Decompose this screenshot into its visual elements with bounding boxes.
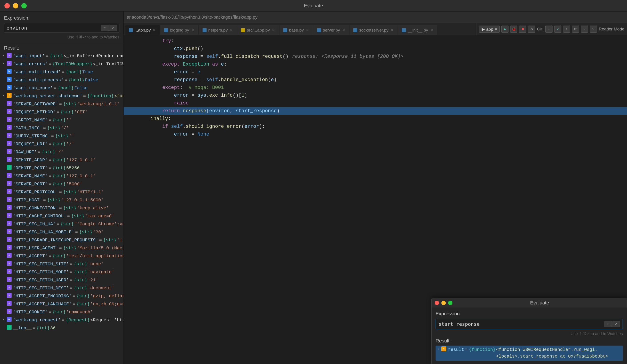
list-item[interactable]: i __len__ = {int} 36 <box>0 324 123 332</box>
float-minimize-button[interactable] <box>441 301 446 305</box>
tab-close-init-py[interactable]: ✕ <box>430 28 433 32</box>
list-item[interactable]: s 'HTTP_ACCEPT_LANGUAGE' = {str} 'en,zh-… <box>0 300 123 308</box>
list-item[interactable]: s 'HTTP_COOKIE' = {str} 'name=cqh' <box>0 308 123 316</box>
tab-close-logging-py[interactable]: ✕ <box>191 28 195 32</box>
tab-close-src-app-py[interactable]: ✕ <box>272 28 275 32</box>
tab-base-py[interactable]: base.py ✕ <box>279 25 313 35</box>
expand-icon[interactable]: ▾ <box>3 93 6 98</box>
list-item[interactable]: s 'REQUEST_METHOD' = {str} 'GET' <box>0 108 123 116</box>
floating-expression-expand-button[interactable]: ⤢ <box>612 321 620 327</box>
tab-logging-py[interactable]: logging.py ✕ <box>160 25 198 35</box>
close-button[interactable] <box>4 3 10 8</box>
git-check-button[interactable]: ✓ <box>554 26 561 33</box>
float-maximize-button[interactable] <box>448 301 453 305</box>
git-pull-button[interactable]: ↓ <box>545 26 553 33</box>
list-item[interactable]: ▾ f 'werkzeug.server.shutdown' = {functi… <box>0 92 123 100</box>
floating-window-title: Evaluate <box>456 300 624 306</box>
tab-src-app-py[interactable]: src/...app.py ✕ <box>237 25 279 35</box>
expand-icon <box>3 117 6 122</box>
floating-type-icon-func: f <box>441 346 446 351</box>
list-item[interactable]: b 'wsgi.run_once' = {bool} False <box>0 84 123 92</box>
list-item[interactable]: s 'SERVER_NAME' = {str} '127.0.0.1' <box>0 172 123 180</box>
tab-close-base-py[interactable]: ✕ <box>306 28 309 32</box>
list-item[interactable]: s 'HTTP_UPGRADE_INSECURE_REQUESTS' = {st… <box>0 236 123 244</box>
git-history-button[interactable]: ⟳ <box>572 26 579 33</box>
list-item[interactable]: s 'HTTP_ACCEPT' = {str} 'text/html,appli… <box>0 252 123 260</box>
tab-close-socketserver-py[interactable]: ✕ <box>390 28 394 32</box>
list-item[interactable]: s 'RAW_URI' = {str} '/' <box>0 148 123 156</box>
maximize-button[interactable] <box>21 3 27 8</box>
tab-app-py[interactable]: ...app.py ✕ <box>125 25 160 35</box>
build-button[interactable]: ⚙ <box>528 26 535 33</box>
tab-close-app-py[interactable]: ✕ <box>153 28 156 32</box>
floating-expand-icon[interactable]: ▾ <box>437 346 441 352</box>
list-item[interactable]: s 'SCRIPT_NAME' = {str} '' <box>0 116 123 124</box>
list-item[interactable]: b 'wsgi.multithread' = {bool} True <box>0 68 123 76</box>
redo-button[interactable]: ↪ <box>590 26 597 33</box>
list-item[interactable]: s 'QUERY_STRING' = {str} '' <box>0 132 123 140</box>
floating-result-item[interactable]: ▾ f result = {function} <function WSGIRe… <box>436 346 623 361</box>
floating-body: Expression: ▾ ⤢ Use ⇧⌘↵ to add to Watche… <box>432 308 627 364</box>
float-close-button[interactable] <box>435 301 439 305</box>
app-dropdown[interactable]: ▶ app ▾ <box>479 26 500 33</box>
type-icon-str: s <box>7 301 11 306</box>
list-item[interactable]: s 'HTTP_USER_AGENT' = {str} 'Mozilla/5.0… <box>0 244 123 252</box>
type-icon-str: s <box>7 141 11 146</box>
list-item[interactable]: s 'SERVER_PROTOCOL' = {str} 'HTTP/1.1' <box>0 188 123 196</box>
run-button[interactable]: ▶ <box>501 26 509 33</box>
list-item[interactable]: s 'HTTP_SEC_CH_UA' = {str} "'Google Chro… <box>0 220 123 228</box>
list-item[interactable]: s 'PATH_INFO' = {str} '/' <box>0 124 123 132</box>
list-item[interactable]: s 'HTTP_SEC_FETCH_DEST' = {str} 'documen… <box>0 284 123 292</box>
minimize-button[interactable] <box>13 3 18 8</box>
reader-mode-button[interactable]: Reader Mode <box>599 27 624 32</box>
list-item[interactable]: ▾ s 'wsgi.errors' = {TextIOWrapper} <_io… <box>0 60 123 68</box>
list-item[interactable]: s 'HTTP_SEC_CH_UA_MOBILE' = {str} '?0' <box>0 228 123 236</box>
floating-use-hint: Use ⇧⌘↵ to add to Watches <box>436 330 623 338</box>
list-item[interactable]: s 'HTTP_SEC_FETCH_USER' = {str} '?1' <box>0 276 123 284</box>
list-item[interactable]: s 'HTTP_HOST' = {str} '127.0.0.1:5000' <box>0 196 123 204</box>
list-item[interactable]: ▸ s 'wsgi.input' = {str} <_io.BufferedRe… <box>0 52 123 60</box>
expression-input[interactable] <box>6 25 101 31</box>
type-icon-str: s <box>7 221 11 226</box>
list-item[interactable]: s 'HTTP_CONNECTION' = {str} 'keep-alive' <box>0 204 123 212</box>
list-item[interactable]: s 'REMOTE_ADDR' = {str} '127.0.0.1' <box>0 156 123 164</box>
tab-icon-helpers-py <box>203 28 207 32</box>
debug-button[interactable]: 🐞 <box>510 26 517 33</box>
expand-icon <box>3 261 6 266</box>
list-item[interactable]: s 'HTTP_ACCEPT_ENCODING' = {str} 'gzip, … <box>0 292 123 300</box>
floating-expression-input[interactable] <box>438 321 604 327</box>
expand-icon <box>3 69 6 74</box>
tab-close-server-py[interactable]: ✕ <box>342 28 345 32</box>
code-line: inally: <box>124 115 627 123</box>
tab-server-py[interactable]: server.py ✕ <box>313 25 349 35</box>
tab-socketserver-py[interactable]: socketserver.py ✕ <box>350 25 398 35</box>
expand-icon[interactable]: ▾ <box>3 317 6 322</box>
expand-icon <box>3 237 6 242</box>
type-icon-str: s <box>7 109 11 114</box>
tab-close-helpers-py[interactable]: ✕ <box>229 28 233 32</box>
expression-expand-button[interactable]: ⤢ <box>109 25 117 31</box>
git-push-button[interactable]: ↑ <box>563 26 570 33</box>
list-item[interactable]: b 'wsgi.multiprocess' = {bool} False <box>0 76 123 84</box>
list-item[interactable]: s 'HTTP_SEC_FETCH_MODE' = {str} 'navigat… <box>0 268 123 276</box>
list-item[interactable]: s 'HTTP_SEC_FETCH_SITE' = {str} 'none' <box>0 260 123 268</box>
list-item[interactable]: s 'SERVER_SOFTWARE' = {str} 'Werkzeug/1.… <box>0 100 123 108</box>
list-item[interactable]: ▾ o 'werkzeug.request' = {Request} <Requ… <box>0 316 123 324</box>
list-item[interactable]: s 'HTTP_CACHE_CONTROL' = {str} 'max-age=… <box>0 212 123 220</box>
tab-helpers-py[interactable]: helpers.py ✕ <box>199 25 237 35</box>
type-icon-str: s <box>7 237 11 242</box>
undo-button[interactable]: ↩ <box>581 26 588 33</box>
list-item[interactable]: s 'SERVER_PORT' = {str} '5000' <box>0 180 123 188</box>
list-item[interactable]: i 'REMOTE_PORT' = {int} 65256 <box>0 164 123 172</box>
stop-button[interactable]: ■ <box>519 26 526 33</box>
expand-icon[interactable]: ▸ <box>3 53 6 58</box>
tab-init-py[interactable]: __init__.py ✕ <box>398 25 437 35</box>
expand-icon <box>3 149 6 154</box>
expand-icon <box>3 181 6 186</box>
expression-history-button[interactable]: ▾ <box>101 25 109 31</box>
list-item[interactable]: s 'REQUEST_URI' = {str} '/' <box>0 140 123 148</box>
expand-icon[interactable]: ▾ <box>3 61 6 66</box>
floating-expression-history-button[interactable]: ▾ <box>604 321 612 327</box>
breadcrumb-path: anaconda3/envs/flask-3.8/lib/python3.8/s… <box>127 15 258 20</box>
expand-icon <box>3 173 6 178</box>
